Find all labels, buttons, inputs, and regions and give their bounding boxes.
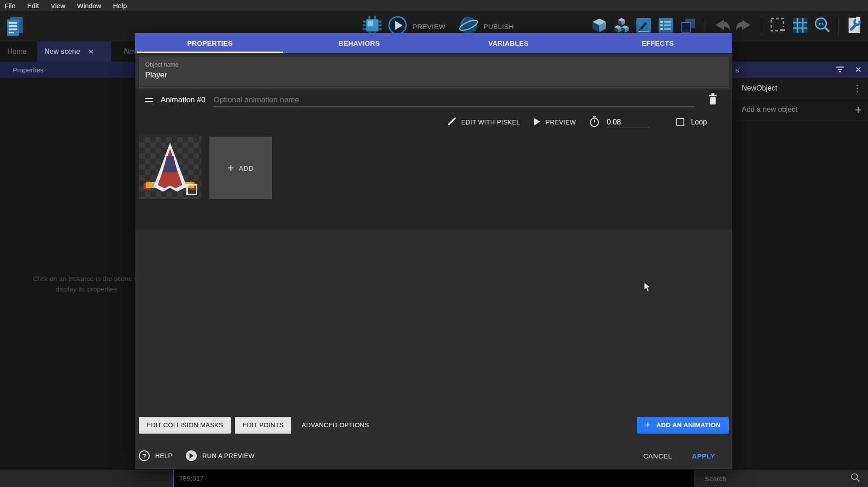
- properties-panel-title: Properties: [13, 66, 43, 74]
- menu-bar: File Edit View Window Help: [0, 0, 868, 11]
- menu-file[interactable]: File: [5, 2, 15, 10]
- edit-collision-masks-button[interactable]: EDIT COLLISION MASKS: [139, 417, 231, 434]
- add-an-animation-button[interactable]: + ADD AN ANIMATION: [637, 417, 729, 434]
- object-name-field[interactable]: Object name Player: [139, 57, 729, 87]
- tab-effects-label: EFFECTS: [641, 39, 674, 47]
- add-frame-label: ADD: [239, 164, 254, 172]
- tab-properties-label: PROPERTIES: [187, 39, 233, 47]
- edit-points-button[interactable]: EDIT POINTS: [235, 417, 291, 434]
- help-button[interactable]: ? HELP: [139, 450, 172, 461]
- tab-home[interactable]: Home: [0, 42, 34, 62]
- menu-view[interactable]: View: [51, 2, 65, 10]
- loop-label: Loop: [691, 118, 707, 126]
- run-preview-play-icon: [186, 450, 197, 461]
- drag-handle-icon[interactable]: [145, 96, 153, 104]
- search-input[interactable]: [705, 475, 850, 482]
- scene-canvas[interactable]: 789;317: [173, 470, 694, 487]
- frames-row: + ADD: [139, 137, 272, 199]
- loop-toggle[interactable]: Loop: [676, 118, 707, 126]
- toolbar-separator: [762, 17, 762, 35]
- zoom-one-to-one-icon[interactable]: 1:1: [813, 16, 831, 36]
- grid-icon[interactable]: [791, 16, 809, 36]
- close-panel-icon[interactable]: ✕: [855, 65, 862, 75]
- advanced-options-button[interactable]: ADVANCED OPTIONS: [295, 417, 375, 434]
- object-name: NewObject: [742, 84, 853, 92]
- gdevelop-app: File Edit View Window Help: [0, 0, 868, 487]
- edit-with-piskel-label: EDIT WITH PISKEL: [461, 119, 520, 126]
- run-a-preview-label: RUN A PREVIEW: [202, 452, 255, 459]
- panel-bottom-strip: [0, 470, 173, 487]
- sprite-frame-thumbnail[interactable]: [139, 137, 201, 199]
- plus-icon: +: [228, 162, 234, 174]
- help-icon: ?: [139, 450, 150, 461]
- objects-panel: s ✕ NewObject ⋮ Add a new object +: [729, 62, 868, 470]
- tab-new-scene[interactable]: New scene ✕: [37, 42, 111, 62]
- menu-window[interactable]: Window: [77, 2, 101, 10]
- animation-panel: Animation #0: [135, 89, 732, 229]
- dialog-tab-bar: PROPERTIES BEHAVIORS VARIABLES EFFECTS: [135, 33, 732, 53]
- add-new-object-row[interactable]: Add a new object +: [729, 99, 868, 120]
- menu-edit[interactable]: Edit: [27, 2, 39, 10]
- search-icon: [850, 472, 861, 485]
- preview-animation-button[interactable]: PREVIEW: [533, 117, 576, 128]
- cancel-button[interactable]: CANCEL: [643, 452, 672, 460]
- edit-with-piskel-button[interactable]: EDIT WITH PISKEL: [446, 117, 520, 128]
- scene-settings-wrench-icon[interactable]: [845, 16, 863, 36]
- project-manager-icon[interactable]: [4, 14, 26, 38]
- dialog-actions-row: ? HELP RUN A PREVIEW CANCEL APPLY: [139, 446, 729, 466]
- tab-home-label: Home: [7, 48, 27, 56]
- time-between-frames-input[interactable]: [607, 116, 650, 128]
- brush-icon: [446, 117, 456, 128]
- play-icon: [533, 117, 541, 128]
- canvas-edge-highlight: [173, 470, 174, 487]
- animation-name-input[interactable]: [213, 93, 695, 107]
- plus-icon[interactable]: +: [855, 103, 862, 117]
- toolbar-separator: [704, 17, 704, 35]
- plus-icon: +: [645, 419, 651, 431]
- add-frame-button[interactable]: + ADD: [209, 137, 272, 199]
- svg-text:1:1: 1:1: [818, 22, 824, 26]
- tab-effects[interactable]: EFFECTS: [583, 33, 732, 53]
- tab-new-scene-label: New scene: [44, 48, 80, 56]
- toolbar-separator: [838, 17, 839, 35]
- kebab-menu-icon[interactable]: ⋮: [853, 83, 862, 94]
- tab-close-icon[interactable]: ✕: [88, 48, 94, 55]
- mouse-cursor: [643, 282, 653, 294]
- objects-panel-header: s ✕: [729, 62, 868, 78]
- dialog-button-row: EDIT COLLISION MASKS EDIT POINTS ADVANCE…: [139, 416, 729, 434]
- publish-button[interactable]: PUBLISH: [484, 23, 514, 30]
- add-new-object-label: Add a new object: [742, 105, 855, 114]
- object-editor-dialog: PROPERTIES BEHAVIORS VARIABLES EFFECTS O…: [135, 33, 732, 469]
- tab-variables[interactable]: VARIABLES: [434, 33, 583, 53]
- loop-checkbox[interactable]: [676, 118, 684, 126]
- redo-icon[interactable]: [735, 16, 755, 36]
- frame-select-checkbox[interactable]: [186, 184, 197, 195]
- apply-button[interactable]: APPLY: [692, 452, 715, 460]
- object-name-value[interactable]: Player: [145, 71, 722, 80]
- objects-panel-title-partial: s: [735, 66, 739, 74]
- stopwatch-icon: [588, 115, 600, 129]
- preview-button[interactable]: PREVIEW: [413, 23, 446, 30]
- tab-behaviors[interactable]: BEHAVIORS: [285, 33, 434, 53]
- deselect-icon[interactable]: [769, 16, 787, 36]
- run-a-preview-button[interactable]: RUN A PREVIEW: [186, 450, 255, 461]
- tab-variables-label: VARIABLES: [488, 39, 528, 47]
- object-search-bar: [694, 470, 868, 487]
- scene-cursor-coordinates: 789;317: [179, 474, 204, 482]
- tab-properties[interactable]: PROPERTIES: [135, 33, 285, 53]
- object-name-label: Object name: [145, 61, 722, 68]
- animation-tools-row: EDIT WITH PISKEL PREVIEW: [135, 112, 732, 132]
- delete-animation-trash-icon[interactable]: [707, 93, 719, 107]
- add-an-animation-label: ADD AN ANIMATION: [656, 421, 721, 429]
- animation-title: Animation #0: [161, 95, 205, 105]
- filter-icon[interactable]: [835, 66, 845, 74]
- help-label: HELP: [155, 452, 172, 459]
- object-list-item[interactable]: NewObject ⋮: [729, 78, 868, 99]
- animation-header-row: Animation #0: [135, 89, 732, 111]
- menu-help[interactable]: Help: [113, 2, 127, 10]
- tab-behaviors-label: BEHAVIORS: [338, 39, 380, 47]
- preview-animation-label: PREVIEW: [545, 119, 576, 126]
